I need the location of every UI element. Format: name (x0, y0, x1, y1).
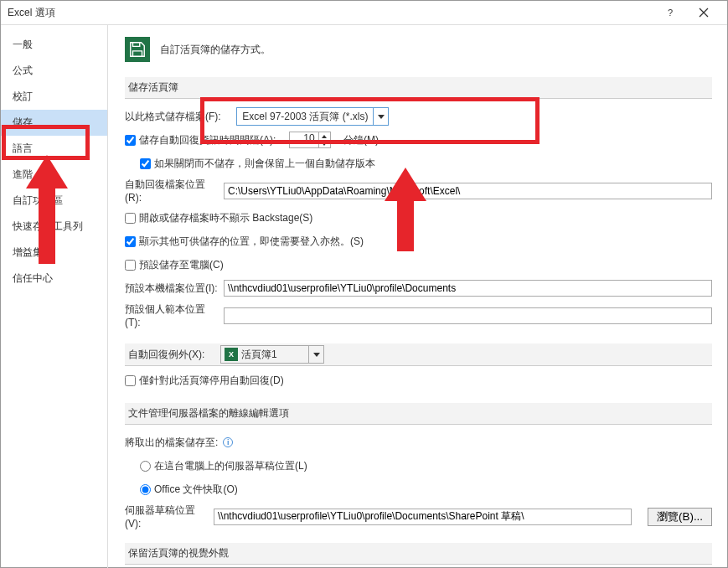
sidebar-item-advanced[interactable]: 進階 (1, 162, 107, 188)
section-save-header: 儲存活頁簿 (125, 77, 712, 99)
recover-loc-label: 自動回復檔案位置(R): (125, 178, 219, 204)
except-label: 自動回復例外(X): (128, 348, 204, 362)
content-area: 自訂活頁簿的儲存方式。 儲存活頁簿 以此格式儲存檔案(F): Excel 97-… (108, 25, 727, 568)
close-button[interactable] (687, 1, 720, 24)
spinner-down[interactable] (319, 140, 330, 147)
no-backstage-checkbox[interactable]: 開啟或儲存檔案時不顯示 Backstage(S) (125, 211, 312, 225)
radio-office-cache[interactable]: Office 文件快取(O) (140, 483, 238, 497)
radio-server-drafts[interactable]: 在這台電腦上的伺服器草稿位置(L) (140, 459, 307, 473)
section-offline-header: 文件管理伺服器檔案的離線編輯選項 (125, 403, 712, 425)
default-loc-label: 預設本機檔案位置(I): (125, 281, 219, 296)
show-extra-checkbox[interactable]: 顯示其他可供儲存的位置，即使需要登入亦然。(S) (125, 235, 364, 249)
excel-icon: X (225, 348, 238, 361)
sidebar: 一般 公式 校訂 儲存 語言 進階 自訂功能區 快速存取工具列 增益集 信任中心 (1, 25, 108, 568)
chevron-down-icon (308, 346, 323, 363)
svg-text:?: ? (668, 8, 673, 18)
section-visual-header: 保留活頁簿的視覺外觀 (125, 543, 712, 565)
window-title: Excel 選項 (8, 6, 653, 20)
recover-loc-input[interactable] (224, 183, 712, 199)
format-value: Excel 97-2003 活頁簿 (*.xls) (237, 110, 373, 124)
sidebar-item-general[interactable]: 一般 (1, 32, 107, 58)
sidebar-item-save[interactable]: 儲存 (1, 110, 107, 136)
default-loc-input[interactable] (224, 280, 712, 297)
autorecover-checkbox[interactable]: 儲存自動回復資訊時間間隔(A): (125, 133, 276, 147)
format-combo[interactable]: Excel 97-2003 活頁簿 (*.xls) (236, 107, 389, 126)
help-button[interactable]: ? (653, 1, 687, 24)
sidebar-item-addins[interactable]: 增益集 (1, 240, 107, 266)
autorecover-unit: 分鐘(M) (343, 133, 379, 147)
save-to-pc-checkbox[interactable]: 預設儲存至電腦(C) (125, 258, 224, 272)
autorecover-spinner[interactable]: 10 (289, 132, 331, 148)
sidebar-item-trust[interactable]: 信任中心 (1, 266, 107, 292)
info-icon[interactable]: i (223, 437, 233, 447)
draft-loc-input[interactable] (214, 509, 632, 525)
template-loc-input[interactable] (224, 307, 712, 324)
checkout-label: 將取出的檔案儲存至: (125, 436, 218, 450)
template-loc-label: 預設個人範本位置(T): (125, 302, 219, 328)
chevron-down-icon (373, 108, 388, 125)
spinner-up[interactable] (319, 132, 330, 140)
save-icon (125, 37, 150, 62)
draft-loc-label: 伺服器草稿位置(V): (125, 503, 209, 529)
sidebar-item-formulas[interactable]: 公式 (1, 58, 107, 84)
header-description: 自訂活頁簿的儲存方式。 (160, 43, 271, 57)
disable-autorecover-checkbox[interactable]: 僅針對此活頁簿停用自動回復(D) (125, 374, 284, 388)
keep-last-checkbox[interactable]: 如果關閉而不儲存，則會保留上一個自動儲存版本 (140, 157, 375, 171)
sidebar-item-qat[interactable]: 快速存取工具列 (1, 214, 107, 240)
sidebar-item-proofing[interactable]: 校訂 (1, 84, 107, 110)
titlebar: Excel 選項 ? (1, 1, 727, 25)
browse-button[interactable]: 瀏覽(B)... (648, 508, 712, 526)
except-workbook-combo[interactable]: X 活頁簿1 (220, 345, 324, 364)
sidebar-item-language[interactable]: 語言 (1, 136, 107, 162)
sidebar-item-ribbon[interactable]: 自訂功能區 (1, 188, 107, 214)
format-label: 以此格式儲存檔案(F): (125, 110, 221, 124)
